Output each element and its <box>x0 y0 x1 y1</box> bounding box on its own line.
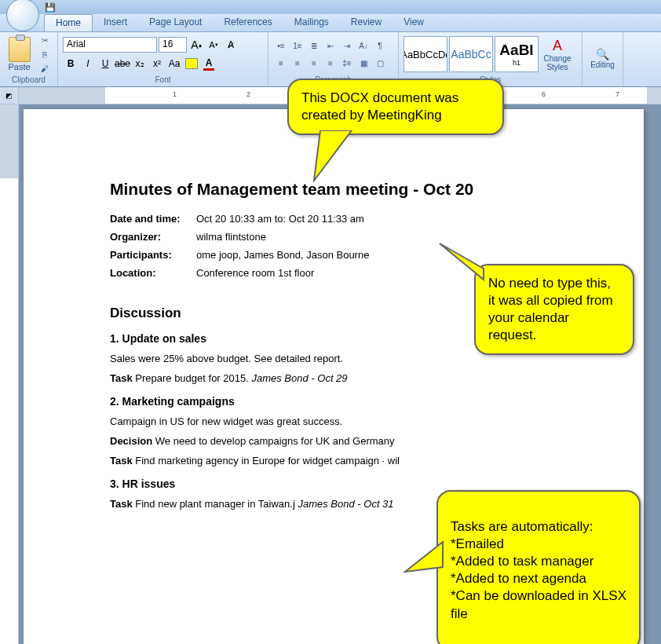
align-left-button[interactable]: ≡ <box>273 56 289 70</box>
bullets-button[interactable]: •≡ <box>273 38 289 53</box>
callout-tail-icon <box>404 539 444 573</box>
group-label-clipboard: Clipboard <box>5 75 53 85</box>
tab-mailings[interactable]: Mailings <box>283 14 340 31</box>
group-editing: 🔍 Editing <box>582 32 623 86</box>
meta-organizer: Organizer: wilma flintstone <box>110 231 589 243</box>
align-center-button[interactable]: ≡ <box>290 56 305 70</box>
group-font: Arial 16 A▴ A▾ A̷ B I U abe x₂ x² Aa A <box>58 32 268 86</box>
item2-body: Campaign in US for new widget was great … <box>110 415 589 427</box>
tab-home[interactable]: Home <box>44 14 93 31</box>
callout-tail-icon <box>438 242 485 281</box>
titlebar: 💾 <box>0 0 661 14</box>
callout-tail-icon <box>312 130 367 182</box>
change-case-button[interactable]: Aa <box>166 56 182 71</box>
tab-review[interactable]: Review <box>340 14 393 31</box>
callout-1: This DOCX document was created by Meetin… <box>287 79 504 135</box>
align-right-button[interactable]: ≡ <box>306 56 322 70</box>
tab-references[interactable]: References <box>213 14 283 31</box>
sort-button[interactable]: A↓ <box>356 38 371 53</box>
tab-view[interactable]: View <box>393 14 435 31</box>
doc-title: Minutes of Management team meeting - Oct… <box>110 180 589 199</box>
meta-datetime: Date and time: Oct 20 10:33 am to: Oct 2… <box>110 213 589 225</box>
change-styles-button[interactable]: A Change Styles <box>540 38 575 71</box>
item1-task: Task Prepare budget for 2015. James Bond… <box>110 372 589 384</box>
subscript-button[interactable]: x₂ <box>132 56 148 71</box>
ruler-corner[interactable]: ◩ <box>0 87 19 104</box>
find-icon: 🔍 <box>596 48 609 60</box>
save-icon[interactable]: 💾 <box>44 1 57 13</box>
vertical-ruler[interactable] <box>0 104 19 644</box>
highlight-button[interactable] <box>184 56 199 71</box>
numbering-button[interactable]: 1≡ <box>290 38 305 53</box>
paste-button[interactable]: Paste <box>5 34 34 75</box>
quick-access-toolbar: 💾 <box>44 0 57 14</box>
shrink-font-button[interactable]: A▾ <box>206 37 221 53</box>
item2-heading: 2. Marketing campaigns <box>110 395 589 408</box>
office-button[interactable] <box>6 0 39 31</box>
item2-decision: Decision We need to develop campaigns fo… <box>110 435 589 447</box>
clipboard-icon <box>9 37 31 62</box>
style-normal[interactable]: AaBbCcDc <box>404 36 447 72</box>
callout-3: Tasks are automatically: *Emailed *Added… <box>436 490 641 644</box>
ribbon-tabs: Home Insert Page Layout References Maili… <box>0 14 661 32</box>
editing-button[interactable]: 🔍 Editing <box>587 48 618 69</box>
borders-button[interactable]: ▢ <box>372 56 388 70</box>
group-label-font: Font <box>63 75 263 85</box>
italic-button[interactable]: I <box>80 56 96 71</box>
clear-format-button[interactable]: A̷ <box>223 37 239 53</box>
group-clipboard: Paste ✂ ⎘ 🖌 Clipboard <box>0 32 58 86</box>
paste-label: Paste <box>8 62 30 71</box>
line-spacing-button[interactable]: ‡≡ <box>339 56 355 70</box>
format-painter-icon[interactable]: 🖌 <box>37 62 53 75</box>
grow-font-button[interactable]: A▴ <box>188 37 204 53</box>
item2-task: Task Find marketing agency in Europe for… <box>110 455 589 467</box>
show-marks-button[interactable]: ¶ <box>372 38 388 53</box>
shading-button[interactable]: ▦ <box>356 56 371 70</box>
tab-page-layout[interactable]: Page Layout <box>138 14 213 31</box>
font-size-select[interactable]: 16 <box>159 37 187 53</box>
style-2[interactable]: AaBbCc <box>449 36 493 72</box>
superscript-button[interactable]: x² <box>149 56 165 71</box>
font-name-select[interactable]: Arial <box>63 37 157 53</box>
underline-button[interactable]: U <box>97 56 113 71</box>
multilevel-button[interactable]: ≣ <box>306 38 322 53</box>
font-color-button[interactable]: A <box>201 56 217 71</box>
copy-icon[interactable]: ⎘ <box>37 48 53 60</box>
indent-dec-button[interactable]: ⇤ <box>323 38 338 53</box>
style-h1[interactable]: AaBl h1 <box>495 36 539 72</box>
item3-heading: 3. HR issues <box>110 478 589 490</box>
callout-2: No need to type this, it was all copied … <box>474 264 634 355</box>
tab-insert[interactable]: Insert <box>93 14 138 31</box>
group-label-editing <box>587 83 618 85</box>
meta-participants: Participants: ome joop, James Bond, Jaso… <box>110 249 589 261</box>
justify-button[interactable]: ≡ <box>323 56 338 70</box>
cut-icon[interactable]: ✂ <box>37 34 53 46</box>
change-styles-icon: A <box>553 38 562 54</box>
indent-inc-button[interactable]: ⇥ <box>339 38 355 53</box>
bold-button[interactable]: B <box>63 56 79 71</box>
strike-button[interactable]: abe <box>115 56 130 71</box>
